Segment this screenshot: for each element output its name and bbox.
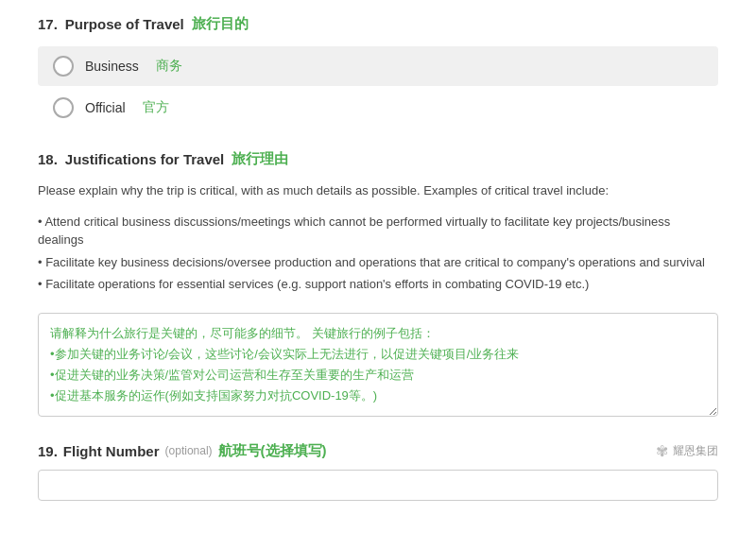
option-official-label-cn: 官方 xyxy=(143,99,169,116)
section-justifications: 18. Justifications for Travel 旅行理由 Pleas… xyxy=(38,150,718,420)
option-official-label-en: Official xyxy=(85,100,126,115)
flight-header: 19. Flight Number (optional) 航班号(选择填写) ✾… xyxy=(38,442,718,460)
bullet-2-text: • Facilitate key business decisions/over… xyxy=(38,253,705,272)
flight-optional-tag: (optional) xyxy=(165,444,213,457)
option-business-label-en: Business xyxy=(85,59,139,74)
bullet-2: • Facilitate key business decisions/over… xyxy=(38,253,718,272)
bullet-3-text: • Facilitate operations for essential se… xyxy=(38,275,589,294)
radio-official-circle xyxy=(53,97,74,118)
section-justifications-header: 18. Justifications for Travel 旅行理由 xyxy=(38,150,718,168)
flight-header-left: 19. Flight Number (optional) 航班号(选择填写) xyxy=(38,442,327,460)
section-purpose: 17. Purpose of Travel 旅行目的 Business 商务 O… xyxy=(38,15,718,128)
section-17-title-cn: 旅行目的 xyxy=(192,15,249,33)
watermark-text: 耀恩集团 xyxy=(673,443,718,459)
section-18-title-cn: 旅行理由 xyxy=(232,150,288,168)
justifications-intro: Please explain why the trip is critical,… xyxy=(38,181,718,201)
section-18-number: 18. xyxy=(38,151,58,167)
page-wrapper: 17. Purpose of Travel 旅行目的 Business 商务 O… xyxy=(0,0,756,542)
section-17-title-en: Purpose of Travel xyxy=(65,16,184,32)
section-19-title-cn: 航班号(选择填写) xyxy=(218,442,327,460)
section-purpose-header: 17. Purpose of Travel 旅行目的 xyxy=(38,15,718,33)
option-business-label-cn: 商务 xyxy=(156,58,182,75)
section-19-title-en: Flight Number xyxy=(63,443,160,459)
radio-business-circle xyxy=(53,56,74,77)
watermark-icon: ✾ xyxy=(656,442,668,460)
option-official[interactable]: Official 官方 xyxy=(38,88,718,128)
option-business[interactable]: Business 商务 xyxy=(38,46,718,86)
justifications-bullets: • Attend critical business discussions/m… xyxy=(38,213,718,294)
bullet-1: • Attend critical business discussions/m… xyxy=(38,213,718,249)
section-18-title-en: Justifications for Travel xyxy=(65,151,224,167)
justifications-textarea[interactable] xyxy=(38,313,718,417)
bullet-1-text: • Attend critical business discussions/m… xyxy=(38,213,718,249)
section-17-number: 17. xyxy=(38,16,58,32)
watermark: ✾ 耀恩集团 xyxy=(656,442,718,460)
section-19-number: 19. xyxy=(38,443,58,459)
bullet-3: • Facilitate operations for essential se… xyxy=(38,275,718,294)
flight-number-input[interactable] xyxy=(38,470,718,501)
section-flight: 19. Flight Number (optional) 航班号(选择填写) ✾… xyxy=(38,442,718,501)
